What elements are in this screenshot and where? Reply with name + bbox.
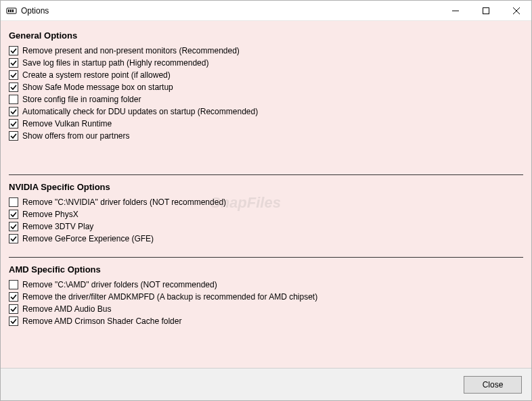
amd-option-row: Remove "C:\AMD" driver folders (NOT reco… (9, 279, 523, 291)
general-checkbox-1[interactable] (9, 58, 18, 68)
separator (9, 257, 523, 258)
app-icon (6, 5, 17, 16)
amd-option-row: Remove AMD Crimson Shader Cache folder (9, 315, 523, 327)
nvidia-checkbox-3[interactable] (9, 234, 18, 243)
general-checkbox-6[interactable] (9, 119, 18, 128)
nvidia-checkbox-1[interactable] (9, 210, 18, 219)
general-checkbox-2[interactable] (9, 70, 18, 80)
svg-rect-5 (483, 7, 489, 14)
amd-option-row: Remove the driver/filter AMDKMPFD (A bac… (9, 291, 523, 303)
separator (9, 174, 523, 175)
general-checkbox-3[interactable] (9, 82, 18, 92)
general-option-label: Automatically check for DDU updates on s… (22, 107, 258, 116)
general-option-label: Remove present and non-present monitors … (22, 46, 240, 55)
minimize-button[interactable] (440, 1, 470, 20)
close-button[interactable]: Close (464, 376, 522, 394)
general-options-list: Remove present and non-present monitors … (9, 45, 523, 142)
close-window-button[interactable] (501, 1, 531, 20)
amd-section-title: AMD Specific Options (9, 264, 523, 275)
amd-option-label: Remove AMD Audio Bus (22, 304, 111, 314)
general-option-row: Remove present and non-present monitors … (9, 45, 523, 57)
general-checkbox-5[interactable] (9, 107, 18, 116)
amd-options-list: Remove "C:\AMD" driver folders (NOT reco… (9, 279, 523, 327)
nvidia-checkbox-0[interactable] (9, 197, 18, 207)
svg-rect-1 (8, 9, 9, 12)
general-option-label: Show offers from our partners (22, 131, 130, 141)
nvidia-option-label: Remove PhysX (22, 210, 79, 219)
amd-checkbox-0[interactable] (9, 280, 18, 289)
nvidia-section-title: NVIDIA Specific Options (9, 182, 523, 192)
maximize-button[interactable] (470, 1, 501, 20)
titlebar: Options (1, 1, 531, 21)
general-option-row: Store config file in roaming folder (9, 93, 523, 105)
window-controls (440, 1, 531, 20)
general-checkbox-7[interactable] (9, 131, 18, 141)
amd-option-label: Remove AMD Crimson Shader Cache folder (22, 316, 181, 326)
amd-option-row: Remove AMD Audio Bus (9, 303, 523, 315)
amd-option-label: Remove the driver/filter AMDKMPFD (A bac… (22, 292, 317, 302)
nvidia-option-row: Remove "C:\NVIDIA" driver folders (NOT r… (9, 196, 523, 208)
nvidia-option-label: Remove 3DTV Play (22, 222, 93, 231)
general-checkbox-4[interactable] (9, 95, 18, 104)
options-content: General Options Remove present and non-p… (1, 21, 531, 368)
nvidia-option-row: Remove PhysX (9, 208, 523, 220)
general-option-row: Remove Vulkan Runtime (9, 118, 523, 130)
svg-rect-2 (10, 9, 12, 12)
general-option-row: Create a system restore point (if allowe… (9, 69, 523, 81)
general-option-row: Show Safe Mode message box on startup (9, 81, 523, 93)
amd-checkbox-1[interactable] (9, 292, 18, 302)
amd-option-label: Remove "C:\AMD" driver folders (NOT reco… (22, 280, 217, 289)
general-option-label: Save log files in startup path (Highly r… (22, 58, 208, 68)
general-checkbox-0[interactable] (9, 46, 18, 55)
amd-checkbox-2[interactable] (9, 304, 18, 314)
general-option-row: Show offers from our partners (9, 130, 523, 142)
general-option-label: Create a system restore point (if allowe… (22, 70, 171, 80)
window-title: Options (21, 6, 49, 16)
general-section-title: General Options (9, 30, 523, 41)
nvidia-checkbox-2[interactable] (9, 222, 18, 231)
general-option-label: Store config file in roaming folder (22, 95, 141, 104)
nvidia-option-label: Remove "C:\NVIDIA" driver folders (NOT r… (22, 197, 226, 207)
nvidia-option-row: Remove GeForce Experience (GFE) (9, 233, 523, 245)
general-option-label: Remove Vulkan Runtime (22, 119, 112, 128)
general-option-row: Automatically check for DDU updates on s… (9, 105, 523, 118)
svg-rect-3 (12, 9, 14, 12)
general-option-row: Save log files in startup path (Highly r… (9, 57, 523, 69)
footer: Close (1, 368, 531, 400)
nvidia-option-label: Remove GeForce Experience (GFE) (22, 234, 154, 243)
nvidia-options-list: Remove "C:\NVIDIA" driver folders (NOT r… (9, 196, 523, 245)
amd-checkbox-3[interactable] (9, 316, 18, 326)
nvidia-option-row: Remove 3DTV Play (9, 220, 523, 233)
general-option-label: Show Safe Mode message box on startup (22, 82, 173, 92)
